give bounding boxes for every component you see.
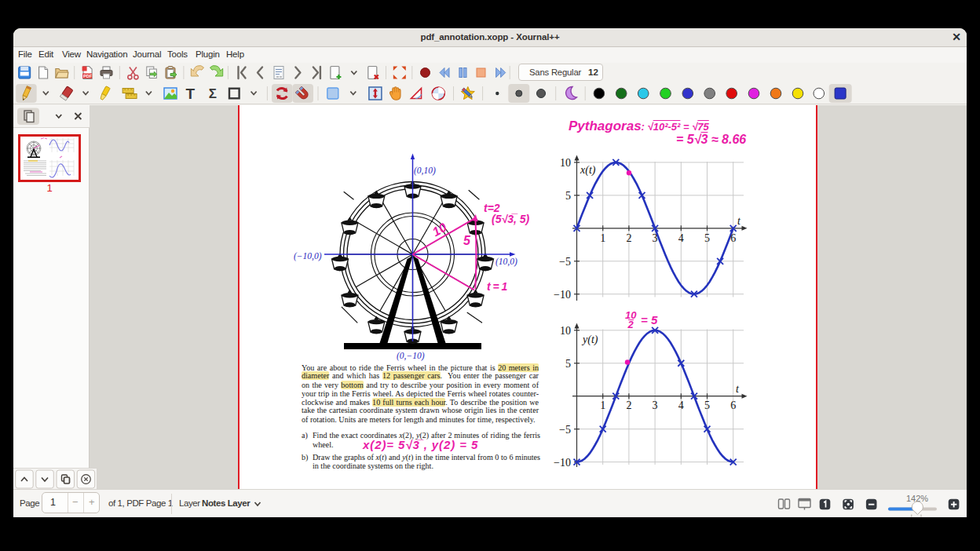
svg-text:5: 5 <box>704 232 710 244</box>
svg-text:1: 1 <box>600 400 605 411</box>
svg-text:−10: −10 <box>554 457 571 469</box>
svg-text:2: 2 <box>626 400 631 411</box>
svg-text:PDF: PDF <box>83 74 93 78</box>
svg-text:y(t): y(t) <box>581 334 598 346</box>
svg-text:5: 5 <box>565 358 571 370</box>
svg-text:1: 1 <box>600 232 605 244</box>
svg-text:−5: −5 <box>559 256 571 268</box>
svg-text:T: T <box>185 86 195 102</box>
svg-text:10: 10 <box>560 325 571 337</box>
svg-text:6: 6 <box>730 232 736 244</box>
svg-text:4: 4 <box>678 232 684 244</box>
svg-text:5: 5 <box>565 190 571 202</box>
svg-text:3: 3 <box>653 400 658 411</box>
svg-text:4: 4 <box>678 400 684 411</box>
svg-text:−10: −10 <box>554 289 571 301</box>
svg-text:−5: −5 <box>559 424 571 436</box>
svg-text:5: 5 <box>704 400 710 411</box>
svg-text:10: 10 <box>560 157 571 169</box>
svg-text:t: t <box>736 383 740 395</box>
svg-text:3: 3 <box>653 232 658 244</box>
svg-text:2: 2 <box>626 232 631 244</box>
svg-text:Σ: Σ <box>209 86 217 101</box>
svg-text:t: t <box>737 215 741 227</box>
svg-text:6: 6 <box>730 400 736 411</box>
svg-text:x(t): x(t) <box>580 164 596 177</box>
